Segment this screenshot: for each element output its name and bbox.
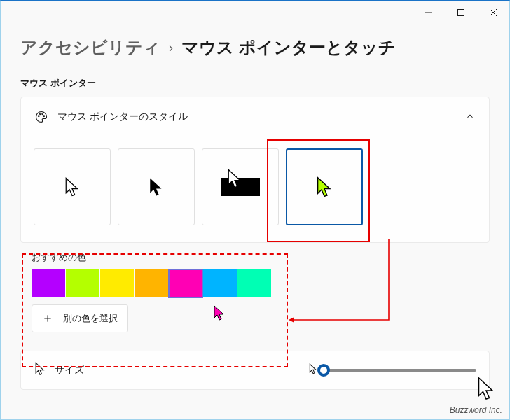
palette-icon [34,109,49,125]
pointer-size-title: サイズ [55,364,308,377]
pointer-style-black[interactable] [118,148,195,225]
cursor-custom-icon [315,176,334,198]
watermark: Buzzword Inc. [450,405,502,415]
color-swatch-teal[interactable] [237,270,271,298]
close-icon [489,8,497,17]
svg-point-7 [43,115,45,117]
slider-thumb[interactable] [317,364,330,377]
minimize-icon [425,8,433,17]
svg-rect-1 [458,10,464,16]
color-swatch-lime[interactable] [66,270,99,298]
breadcrumb: アクセシビリティ › マウス ポインターとタッチ [20,36,490,59]
pointer-style-inverted[interactable] [202,148,279,225]
annotation-cursor-on-swatch [212,304,226,321]
color-swatch-yellow[interactable] [100,270,134,298]
breadcrumb-parent[interactable]: アクセシビリティ [20,36,160,59]
pointer-size-slider[interactable] [324,369,476,372]
minimize-button[interactable] [413,1,445,24]
color-swatch-row [32,270,478,298]
pointer-style-card: マウス ポインターのスタイル [20,97,490,243]
chevron-up-icon [465,111,476,122]
close-button[interactable] [477,1,509,24]
maximize-button[interactable] [445,1,477,24]
pointer-style-custom[interactable] [286,148,363,225]
cursor-black-icon [147,176,165,197]
color-swatch-orange[interactable] [135,270,168,298]
pointer-style-white[interactable] [34,148,111,225]
pointer-style-header[interactable]: マウス ポインターのスタイル [21,97,489,136]
cursor-small-icon [308,363,318,377]
svg-point-5 [40,113,41,115]
choose-another-color-button[interactable]: 別の色を選択 [32,304,128,332]
svg-point-4 [38,115,39,117]
recommended-colors-label: おすすめの色 [32,251,478,264]
recommended-colors-panel: おすすめの色 別の色を選択 [20,243,490,344]
pointer-size-slider-group [308,363,476,377]
cursor-outline-icon [34,362,46,379]
color-swatch-magenta[interactable] [169,270,202,298]
page-title: マウス ポインターとタッチ [181,36,396,59]
cursor-inverted-icon [226,168,244,189]
maximize-icon [457,8,465,17]
titlebar [1,1,509,24]
pointer-style-title: マウス ポインターのスタイル [57,111,465,123]
color-swatch-purple[interactable] [32,270,65,298]
cursor-large-icon [476,376,497,401]
pointer-size-card[interactable]: サイズ [20,351,490,390]
choose-another-color-label: 別の色を選択 [63,312,118,325]
pointer-style-options [34,148,476,225]
breadcrumb-separator: › [169,41,173,55]
color-swatch-cyan[interactable] [203,270,237,298]
svg-point-6 [42,113,43,115]
cursor-white-icon [63,176,81,197]
plus-icon [42,313,53,324]
section-label-pointer: マウス ポインター [20,77,490,90]
